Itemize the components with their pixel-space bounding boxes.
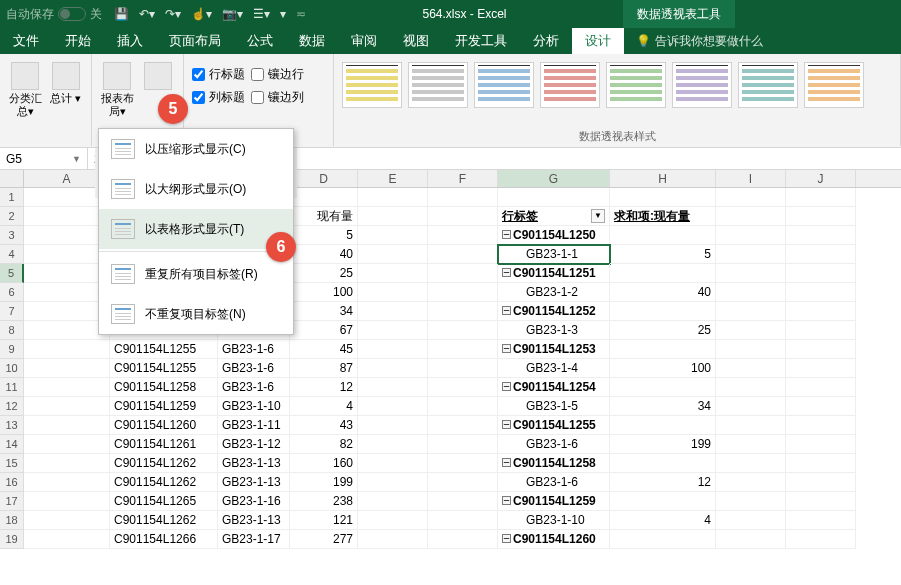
cell[interactable] xyxy=(24,397,110,416)
cell[interactable]: GB23-1-16 xyxy=(218,492,290,511)
collapse-icon[interactable]: − xyxy=(502,458,511,467)
cell[interactable] xyxy=(786,473,856,492)
collapse-icon[interactable]: − xyxy=(502,306,511,315)
cell[interactable] xyxy=(24,492,110,511)
qat-overflow-icon[interactable]: ▾ xyxy=(280,7,286,21)
cell[interactable] xyxy=(716,511,786,530)
row-band-check[interactable]: 镶边行 xyxy=(251,66,304,83)
cell[interactable]: 199 xyxy=(610,435,716,454)
row-header[interactable]: 15 xyxy=(0,454,24,473)
tab-审阅[interactable]: 审阅 xyxy=(338,28,390,54)
cell[interactable] xyxy=(358,511,428,530)
cell[interactable]: 行标签▼ xyxy=(498,207,610,226)
cell[interactable] xyxy=(428,454,498,473)
cell[interactable]: C901154L1261 xyxy=(110,435,218,454)
cell[interactable]: 100 xyxy=(290,283,358,302)
layout-menu-item[interactable]: 以压缩形式显示(C) xyxy=(99,129,293,169)
cell[interactable] xyxy=(786,264,856,283)
cell[interactable] xyxy=(610,530,716,549)
cell[interactable]: −C901154L1251 xyxy=(498,264,610,283)
redo-icon[interactable]: ↷▾ xyxy=(165,7,181,21)
cell[interactable]: GB23-1-17 xyxy=(218,530,290,549)
cell[interactable] xyxy=(428,245,498,264)
cell[interactable]: 25 xyxy=(610,321,716,340)
cell[interactable]: 4 xyxy=(290,397,358,416)
collapse-icon[interactable]: − xyxy=(502,268,511,277)
cell[interactable] xyxy=(428,340,498,359)
cell[interactable]: −C901154L1259 xyxy=(498,492,610,511)
row-header[interactable]: 8 xyxy=(0,321,24,340)
cell[interactable] xyxy=(24,359,110,378)
cell[interactable] xyxy=(716,454,786,473)
cell[interactable] xyxy=(716,340,786,359)
cell[interactable] xyxy=(358,321,428,340)
cell[interactable]: 40 xyxy=(610,283,716,302)
cell[interactable] xyxy=(610,226,716,245)
cell[interactable]: 现有量 xyxy=(290,207,358,226)
cell[interactable] xyxy=(786,454,856,473)
cell[interactable] xyxy=(716,226,786,245)
cell[interactable] xyxy=(290,188,358,207)
tab-视图[interactable]: 视图 xyxy=(390,28,442,54)
filter-dropdown-icon[interactable]: ▼ xyxy=(591,209,605,223)
cell[interactable]: C901154L1262 xyxy=(110,473,218,492)
collapse-icon[interactable]: − xyxy=(502,496,511,505)
cell[interactable]: 82 xyxy=(290,435,358,454)
tab-设计[interactable]: 设计 xyxy=(572,28,624,54)
cell[interactable] xyxy=(786,188,856,207)
cell[interactable]: 160 xyxy=(290,454,358,473)
cell[interactable] xyxy=(498,188,610,207)
cell[interactable] xyxy=(358,207,428,226)
tab-分析[interactable]: 分析 xyxy=(520,28,572,54)
cell[interactable]: GB23-1-12 xyxy=(218,435,290,454)
collapse-icon[interactable]: − xyxy=(502,534,511,543)
cell[interactable]: C901154L1255 xyxy=(110,359,218,378)
cell[interactable]: C901154L1255 xyxy=(110,340,218,359)
collapse-icon[interactable]: − xyxy=(502,230,511,239)
collapse-icon[interactable]: − xyxy=(502,344,511,353)
cell[interactable] xyxy=(610,378,716,397)
cell[interactable] xyxy=(610,416,716,435)
cell[interactable]: 121 xyxy=(290,511,358,530)
cell[interactable] xyxy=(786,511,856,530)
tab-公式[interactable]: 公式 xyxy=(234,28,286,54)
cell[interactable]: 277 xyxy=(290,530,358,549)
cell[interactable]: −C901154L1250 xyxy=(498,226,610,245)
row-header[interactable]: 2 xyxy=(0,207,24,226)
cell[interactable]: 4 xyxy=(610,511,716,530)
cell[interactable] xyxy=(358,302,428,321)
report-layout-button[interactable]: 报表布 局▾ xyxy=(100,58,135,118)
cell[interactable] xyxy=(716,378,786,397)
cell[interactable] xyxy=(786,283,856,302)
cell[interactable] xyxy=(428,416,498,435)
column-header[interactable]: G xyxy=(498,170,610,187)
cell[interactable] xyxy=(358,435,428,454)
cell[interactable] xyxy=(428,321,498,340)
cell[interactable]: 43 xyxy=(290,416,358,435)
cell[interactable] xyxy=(428,473,498,492)
cell[interactable]: 求和项:现有量 xyxy=(610,207,716,226)
cell[interactable] xyxy=(610,454,716,473)
cell[interactable]: C901154L1260 xyxy=(110,416,218,435)
cell[interactable] xyxy=(716,264,786,283)
cell[interactable] xyxy=(358,454,428,473)
cell[interactable] xyxy=(24,511,110,530)
cell[interactable] xyxy=(716,416,786,435)
cell[interactable] xyxy=(786,302,856,321)
cell[interactable] xyxy=(786,492,856,511)
layout-menu-item[interactable]: 以表格形式显示(T) xyxy=(99,209,293,249)
cell[interactable] xyxy=(716,188,786,207)
row-header[interactable]: 1 xyxy=(0,188,24,207)
cell[interactable] xyxy=(786,378,856,397)
cell[interactable] xyxy=(24,340,110,359)
cell[interactable] xyxy=(716,397,786,416)
cell[interactable] xyxy=(716,207,786,226)
cell[interactable]: −C901154L1260 xyxy=(498,530,610,549)
cell[interactable] xyxy=(24,530,110,549)
tab-插入[interactable]: 插入 xyxy=(104,28,156,54)
cell[interactable]: C901154L1258 xyxy=(110,378,218,397)
cell[interactable]: GB23-1-6 xyxy=(218,378,290,397)
cell[interactable] xyxy=(24,454,110,473)
cell[interactable]: GB23-1-6 xyxy=(218,340,290,359)
cell[interactable]: GB23-1-1 xyxy=(498,245,610,264)
